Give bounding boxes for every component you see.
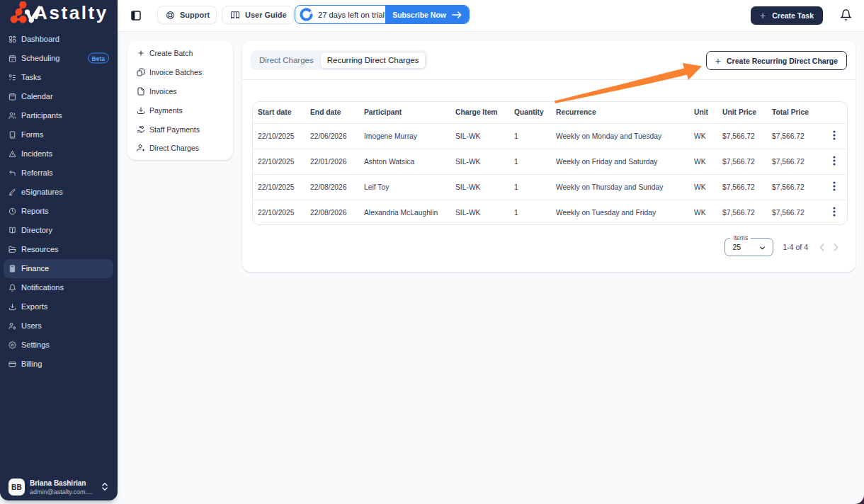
svg-text:Astalty: Astalty <box>34 2 108 23</box>
